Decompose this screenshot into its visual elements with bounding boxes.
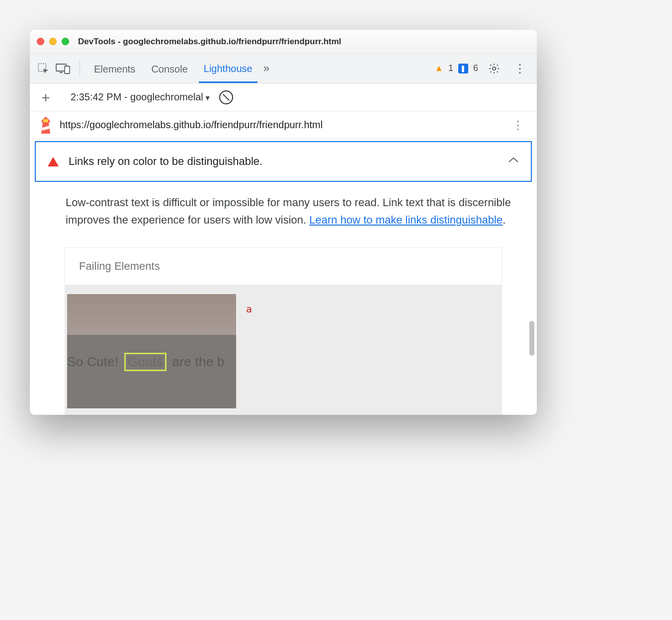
scrollbar-thumb[interactable] — [529, 321, 534, 356]
separator — [80, 60, 80, 78]
warning-icon: ▲ — [434, 63, 443, 74]
report-menu-icon[interactable]: ⋮ — [508, 116, 528, 134]
warning-count: 1 — [448, 63, 453, 74]
audit-description-suffix: . — [503, 214, 505, 226]
lighthouse-logo-icon — [39, 117, 53, 134]
issues-badges[interactable]: ▲ 1 ❚ 6 — [434, 63, 478, 74]
chevron-up-icon — [508, 155, 519, 166]
report-selector-label: 2:35:42 PM - googlechromelal — [71, 91, 203, 102]
tabs-overflow-button[interactable]: » — [263, 62, 269, 75]
fail-triangle-icon — [48, 157, 59, 166]
svg-point-4 — [493, 67, 496, 70]
report-selector-bar: ＋ 2:35:42 PM - googlechromelal▼ — [30, 83, 537, 111]
tab-console[interactable]: Console — [146, 55, 192, 82]
svg-rect-6 — [43, 119, 48, 122]
devtools-toolbar: Elements Console Lighthouse » ▲ 1 ❚ 6 ⋮ — [30, 54, 537, 83]
report-selector[interactable]: 2:35:42 PM - googlechromelal▼ — [71, 91, 211, 103]
minimize-window-button[interactable] — [49, 38, 57, 45]
failing-element-tag[interactable]: a — [234, 294, 252, 414]
window-controls — [37, 38, 69, 45]
element-screenshot-image: So Cute! Goats are the b — [67, 294, 236, 408]
message-count: 6 — [473, 63, 478, 74]
snapshot-text-after: are the b — [168, 354, 225, 369]
report-url-bar: https://googlechromelabs.github.io/frien… — [30, 111, 537, 139]
new-report-button[interactable]: ＋ — [37, 88, 55, 107]
snapshot-highlight: Goats — [124, 353, 167, 371]
window-titlebar: DevTools - googlechromelabs.github.io/fr… — [30, 30, 537, 54]
report-url: https://googlechromelabs.github.io/frien… — [60, 119, 501, 131]
learn-more-link[interactable]: Learn how to make links distinguishable — [309, 214, 503, 226]
maximize-window-button[interactable] — [62, 38, 69, 45]
chevron-down-icon: ▼ — [204, 94, 211, 102]
inspect-element-icon[interactable] — [37, 62, 50, 75]
close-window-button[interactable] — [37, 38, 44, 45]
message-icon: ❚ — [458, 64, 468, 74]
failing-elements-body: So Cute! Goats are the b a — [65, 285, 502, 414]
audit-title: Links rely on color to be distinguishabl… — [69, 155, 262, 168]
snapshot-text-before: So Cute! — [67, 354, 122, 369]
window-title: DevTools - googlechromelabs.github.io/fr… — [78, 37, 341, 47]
element-screenshot[interactable]: So Cute! Goats are the b — [65, 294, 234, 414]
audit-description: Low-contrast text is difficult or imposs… — [35, 194, 532, 229]
audit-links-distinguishable[interactable]: Links rely on color to be distinguishabl… — [35, 141, 532, 182]
tab-lighthouse[interactable]: Lighthouse — [199, 54, 257, 83]
failing-elements-heading: Failing Elements — [65, 248, 502, 285]
settings-icon[interactable] — [484, 61, 504, 77]
report-content: Links rely on color to be distinguishabl… — [30, 139, 537, 415]
tab-elements[interactable]: Elements — [89, 55, 140, 82]
more-options-icon[interactable]: ⋮ — [510, 60, 530, 78]
failing-elements-panel: Failing Elements So Cute! Goats are the … — [65, 247, 502, 415]
device-toolbar-icon[interactable] — [56, 63, 71, 75]
devtools-window: DevTools - googlechromelabs.github.io/fr… — [30, 30, 537, 415]
clear-report-icon[interactable] — [219, 90, 233, 104]
svg-rect-3 — [65, 66, 70, 74]
